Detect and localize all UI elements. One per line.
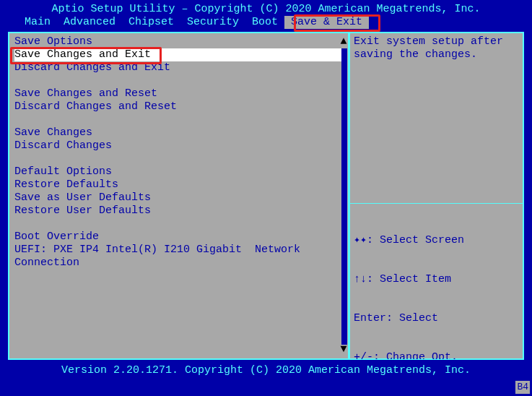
title-bar: Aptio Setup Utility – Copyright (C) 2020… <box>2 2 530 16</box>
panel-area: Save Options Save Changes and Exit Disca… <box>8 32 524 360</box>
item-save-changes-and-reset[interactable]: Save Changes and Reset <box>14 87 343 100</box>
keyhints: ✦✦: Select Screen ↑↓: Select Item Enter:… <box>354 208 519 360</box>
bios-screen: Aptio Setup Utility – Copyright (C) 2020… <box>0 0 532 396</box>
item-discard-changes-and-reset[interactable]: Discard Changes and Reset <box>14 100 343 113</box>
scroll-up-icon[interactable]: ▲ <box>340 35 347 48</box>
hint-select-item: ↑↓: Select Item <box>354 273 519 286</box>
hint-enter-select: Enter: Select <box>354 312 519 325</box>
tab-boot[interactable]: Boot <box>245 16 284 29</box>
scrollbar-track[interactable] <box>341 48 347 345</box>
section-boot-override: Boot Override <box>14 231 343 244</box>
item-uefi-pxe-network[interactable]: UEFI: PXE IP4 Intel(R) I210 Gigabit Netw… <box>14 244 325 270</box>
item-restore-defaults[interactable]: Restore Defaults <box>14 178 343 191</box>
left-panel: Save Options Save Changes and Exit Disca… <box>8 32 349 360</box>
corner-badge: B4 <box>515 381 530 394</box>
tab-security[interactable]: Security <box>180 16 245 29</box>
item-save-as-user-defaults[interactable]: Save as User Defaults <box>14 191 343 205</box>
section-default-options: Default Options <box>14 165 343 178</box>
item-discard-changes-and-exit[interactable]: Discard Changes and Exit <box>14 61 343 74</box>
section-save-options: Save Options <box>14 35 343 48</box>
tab-advanced[interactable]: Advanced <box>57 16 122 29</box>
hint-change-opt: +/-: Change Opt. <box>354 351 519 360</box>
hint-select-screen: ✦✦: Select Screen <box>354 234 519 247</box>
tab-bar: Main Advanced Chipset Security Boot Save… <box>2 16 530 29</box>
item-discard-changes[interactable]: Discard Changes <box>14 139 343 152</box>
tab-chipset[interactable]: Chipset <box>122 16 180 29</box>
help-text: Exit system setup after saving the chang… <box>354 35 519 203</box>
item-save-changes-and-exit[interactable]: Save Changes and Exit <box>14 48 343 61</box>
tab-save-exit[interactable]: Save & Exit <box>284 16 369 29</box>
item-restore-user-defaults[interactable]: Restore User Defaults <box>14 205 343 218</box>
footer-text: Version 2.20.1271. Copyright (C) 2020 Am… <box>2 360 530 377</box>
right-panel: Exit system setup after saving the chang… <box>349 32 524 360</box>
tab-main[interactable]: Main <box>18 16 57 29</box>
item-save-changes[interactable]: Save Changes <box>14 126 343 139</box>
scroll-down-icon[interactable]: ▼ <box>340 343 347 356</box>
